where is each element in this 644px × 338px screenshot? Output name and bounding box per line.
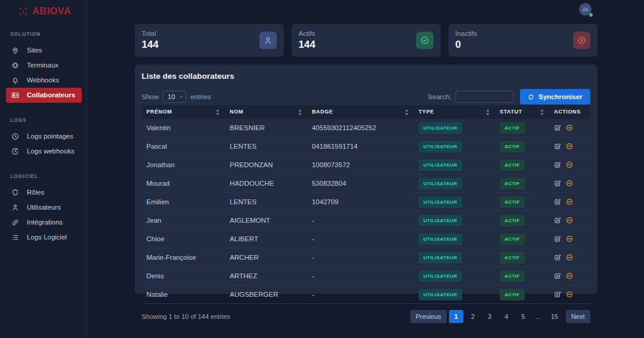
edit-icon[interactable] — [554, 198, 561, 205]
list-icon — [11, 233, 19, 241]
table-row: JeanAIGLEMONT-UTILISATEURACTIF — [142, 211, 590, 230]
pagination-page-2[interactable]: 2 — [466, 310, 480, 323]
deactivate-icon[interactable] — [566, 272, 573, 279]
user-icon — [259, 32, 277, 49]
pagination-page-3[interactable]: 3 — [482, 310, 497, 323]
status-badge: ACTIF — [500, 271, 525, 282]
sidebar-item-label: Sites — [27, 47, 42, 54]
deactivate-icon[interactable] — [566, 235, 573, 242]
pagination-page-5[interactable]: 5 — [516, 310, 530, 323]
cell-nom: BRESNIER — [225, 119, 307, 137]
sort-icon[interactable] — [404, 109, 409, 116]
column-header-label: PRÉNOM — [147, 109, 172, 115]
sort-icon[interactable] — [540, 109, 544, 116]
deactivate-icon[interactable] — [566, 143, 573, 150]
column-header-type[interactable]: TYPE — [414, 105, 495, 119]
page-size-select[interactable]: 10 — [163, 91, 186, 103]
sidebar-item-roles[interactable]: Rôles — [0, 185, 86, 200]
cell-prenom: Mourad — [142, 174, 225, 193]
cell-nom: ALIBERT — [225, 230, 307, 248]
pagination-next-button[interactable]: Next — [566, 310, 590, 323]
column-header-label: STATUT — [500, 109, 522, 115]
sidebar-item-integrations[interactable]: Intégrations — [0, 215, 86, 230]
sidebar-item-collaborateurs[interactable]: Collaborateurs — [6, 88, 82, 103]
cell-actions — [549, 285, 590, 304]
edit-icon[interactable] — [554, 291, 561, 298]
deactivate-icon[interactable] — [566, 180, 573, 187]
status-badge: ACTIF — [500, 289, 525, 300]
sidebar-item-logs-webhooks[interactable]: Logs webhooks — [0, 144, 86, 159]
deactivate-icon[interactable] — [566, 291, 573, 298]
cell-prenom: Chloe — [142, 230, 225, 248]
sidebar-item-logs-pointages[interactable]: Logs pointages — [0, 129, 86, 144]
sort-icon[interactable] — [485, 109, 490, 116]
cell-badge: - — [307, 211, 414, 230]
online-status-dot — [589, 13, 593, 17]
sidebar-item-webhooks[interactable]: Webhooks — [0, 73, 86, 88]
id-card-icon — [11, 91, 19, 99]
type-badge: UTILISATEUR — [419, 289, 462, 300]
edit-icon[interactable] — [554, 143, 561, 150]
table-row: PascalLENTES041861591714UTILISATEURACTIF — [142, 137, 590, 156]
edit-icon[interactable] — [554, 161, 561, 168]
sidebar-item-label: Intégrations — [27, 219, 63, 226]
stat-label: Inactifs — [456, 30, 477, 37]
sidebar-item-sites[interactable]: Sites — [0, 43, 86, 58]
page-title: Liste des collaborateurs — [142, 72, 590, 81]
brand-logo[interactable]: ABIOVA — [0, 0, 86, 17]
pagination-page-1[interactable]: 1 — [449, 310, 463, 323]
cell-prenom: Marie-Françoise — [142, 248, 225, 267]
stat-value: 144 — [142, 39, 159, 51]
cell-prenom: Pascal — [142, 137, 225, 156]
deactivate-icon[interactable] — [566, 198, 573, 205]
pagination-page-4[interactable]: 4 — [499, 310, 513, 323]
sort-icon[interactable] — [298, 109, 302, 116]
column-header-nom[interactable]: NOM — [225, 105, 307, 119]
cell-badge: 530832804 — [307, 174, 414, 193]
type-badge: UTILISATEUR — [419, 178, 462, 189]
abiova-logo-icon — [18, 7, 28, 16]
status-badge: ACTIF — [500, 141, 525, 152]
cell-actions — [549, 119, 590, 137]
status-badge: ACTIF — [500, 196, 525, 208]
deactivate-icon[interactable] — [566, 124, 573, 131]
stat-label: Total — [142, 30, 159, 37]
avatar[interactable]: JA — [579, 3, 592, 16]
sort-icon[interactable] — [215, 109, 220, 116]
search-input[interactable] — [456, 91, 513, 103]
sync-button-label: Synchroniser — [538, 93, 583, 100]
cell-prenom: Natalie — [142, 285, 225, 304]
column-header-badge[interactable]: BADGE — [307, 105, 414, 119]
cell-nom: AIGLEMONT — [225, 211, 307, 230]
cell-prenom: Jean — [142, 211, 225, 230]
sidebar-item-logs-logiciel[interactable]: Logs Logiciel — [0, 230, 86, 245]
deactivate-icon[interactable] — [566, 161, 573, 168]
chip-icon — [11, 62, 19, 69]
sidebar-item-label: Rôles — [27, 189, 44, 196]
sidebar-item-terminaux[interactable]: Terminaux — [0, 58, 86, 73]
cell-actions — [549, 248, 590, 267]
edit-icon[interactable] — [554, 180, 561, 187]
edit-icon[interactable] — [554, 272, 561, 279]
column-header-label: NOM — [230, 109, 243, 115]
edit-icon[interactable] — [554, 217, 561, 224]
column-header-statut[interactable]: STATUT — [495, 105, 549, 119]
edit-icon[interactable] — [554, 124, 561, 131]
x-circle-icon — [573, 32, 590, 49]
pagination-page-15[interactable]: 15 — [546, 310, 564, 323]
cell-actions — [549, 193, 590, 211]
synchronize-button[interactable]: Synchroniser — [520, 89, 590, 105]
cell-actions — [549, 211, 590, 230]
sidebar-item-utilisateurs[interactable]: Utilisateurs — [0, 200, 86, 215]
search-label: Search: — [428, 93, 451, 100]
column-header-prenom[interactable]: PRÉNOM — [142, 105, 225, 119]
edit-icon[interactable] — [554, 254, 561, 261]
pagination-previous-button[interactable]: Previous — [410, 310, 447, 323]
table-row: JonathanPREDONZAN1008073572UTILISATEURAC… — [142, 156, 590, 174]
deactivate-icon[interactable] — [566, 254, 573, 261]
type-badge: UTILISATEUR — [419, 271, 462, 282]
deactivate-icon[interactable] — [566, 217, 573, 224]
type-badge: UTILISATEUR — [419, 196, 462, 208]
edit-icon[interactable] — [554, 235, 561, 242]
sidebar-section-label: LOGS — [0, 117, 86, 123]
